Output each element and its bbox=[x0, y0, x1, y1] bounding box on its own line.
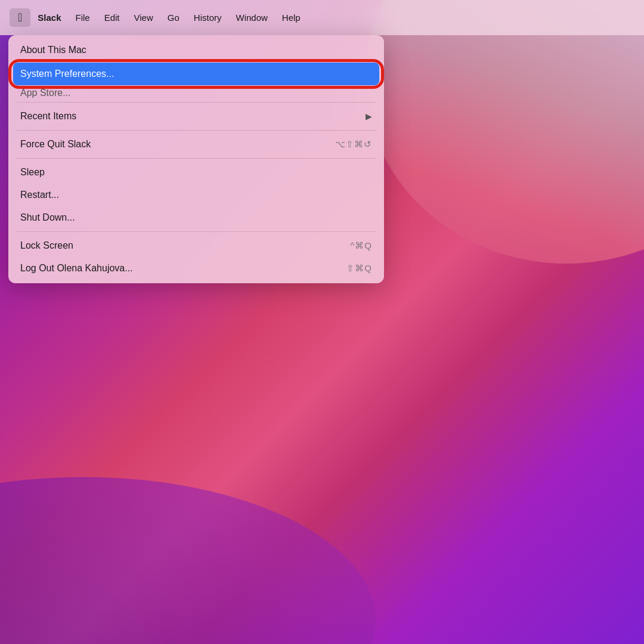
menu-item-about[interactable]: About This Mac bbox=[8, 39, 384, 61]
logout-shortcut: ⇧⌘Q bbox=[346, 263, 372, 274]
menu-item-shutdown[interactable]: Shut Down... bbox=[8, 206, 384, 229]
desktop:  Slack File Edit View Go History Window… bbox=[0, 0, 644, 644]
menubar-go[interactable]: Go bbox=[160, 10, 187, 25]
menu-item-app-store[interactable]: App Store... bbox=[8, 86, 384, 100]
menu-item-recent-items[interactable]: Recent Items ▶ bbox=[8, 105, 384, 128]
menubar-history[interactable]: History bbox=[187, 10, 229, 25]
menubar-apple[interactable]:  bbox=[10, 8, 30, 27]
menu-item-system-prefs-wrapper: System Preferences... bbox=[13, 63, 379, 85]
menu-item-restart[interactable]: Restart... bbox=[8, 184, 384, 206]
separator-2 bbox=[17, 130, 376, 131]
chevron-right-icon: ▶ bbox=[366, 112, 372, 121]
separator-4 bbox=[17, 231, 376, 232]
menubar-file[interactable]: File bbox=[69, 10, 97, 25]
menubar-help[interactable]: Help bbox=[275, 10, 308, 25]
menubar-edit[interactable]: Edit bbox=[97, 10, 127, 25]
menubar-view[interactable]: View bbox=[127, 10, 160, 25]
menubar-slack[interactable]: Slack bbox=[30, 10, 68, 25]
menubar-window[interactable]: Window bbox=[228, 10, 274, 25]
menu-item-force-quit[interactable]: Force Quit Slack ⌥⇧⌘↺ bbox=[8, 133, 384, 156]
lock-screen-shortcut: ^⌘Q bbox=[350, 240, 372, 251]
apple-icon:  bbox=[18, 11, 22, 24]
menu-item-lock-screen[interactable]: Lock Screen ^⌘Q bbox=[8, 234, 384, 257]
separator-1 bbox=[17, 102, 376, 103]
menu-item-logout[interactable]: Log Out Olena Kahujova... ⇧⌘Q bbox=[8, 257, 384, 280]
separator-3 bbox=[17, 158, 376, 159]
menu-item-sleep[interactable]: Sleep bbox=[8, 161, 384, 184]
menu-item-system-prefs[interactable]: System Preferences... bbox=[13, 63, 379, 85]
menubar:  Slack File Edit View Go History Window… bbox=[0, 0, 644, 35]
apple-menu-dropdown: About This Mac System Preferences... App… bbox=[8, 35, 384, 283]
force-quit-shortcut: ⌥⇧⌘↺ bbox=[335, 139, 372, 150]
